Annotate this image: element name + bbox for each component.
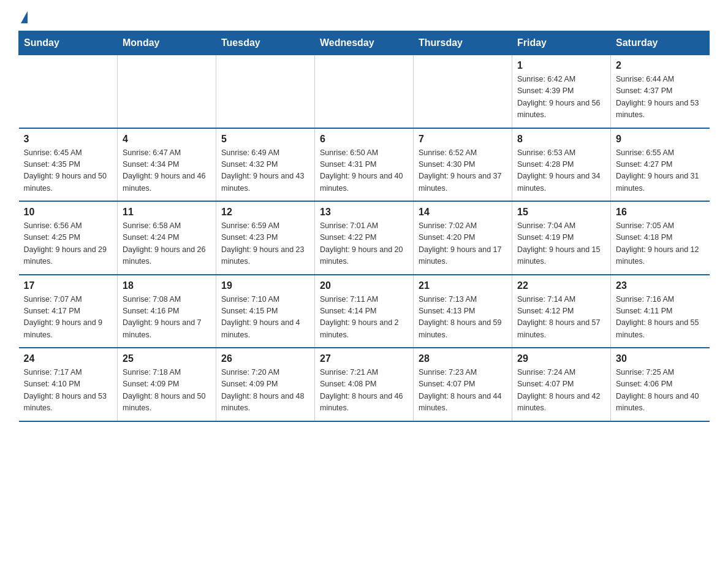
day-info: Sunrise: 7:04 AM Sunset: 4:19 PM Dayligh… bbox=[517, 220, 605, 268]
calendar-week-row: 3Sunrise: 6:45 AM Sunset: 4:35 PM Daylig… bbox=[19, 128, 710, 202]
logo bbox=[18, 12, 28, 25]
day-info: Sunrise: 7:23 AM Sunset: 4:07 PM Dayligh… bbox=[419, 367, 507, 415]
calendar-day-cell: 15Sunrise: 7:04 AM Sunset: 4:19 PM Dayli… bbox=[512, 201, 611, 275]
calendar-table: SundayMondayTuesdayWednesdayThursdayFrid… bbox=[18, 31, 710, 422]
day-info: Sunrise: 7:14 AM Sunset: 4:12 PM Dayligh… bbox=[517, 294, 605, 342]
day-info: Sunrise: 7:01 AM Sunset: 4:22 PM Dayligh… bbox=[320, 220, 408, 268]
calendar-day-cell: 10Sunrise: 6:56 AM Sunset: 4:25 PM Dayli… bbox=[19, 201, 118, 275]
calendar-day-cell: 1Sunrise: 6:42 AM Sunset: 4:39 PM Daylig… bbox=[512, 55, 611, 128]
day-number: 18 bbox=[123, 280, 211, 291]
day-number: 27 bbox=[320, 353, 408, 364]
calendar-day-cell: 7Sunrise: 6:52 AM Sunset: 4:30 PM Daylig… bbox=[414, 128, 512, 202]
day-number: 23 bbox=[616, 280, 705, 291]
calendar-day-cell: 13Sunrise: 7:01 AM Sunset: 4:22 PM Dayli… bbox=[315, 201, 414, 275]
day-info: Sunrise: 7:20 AM Sunset: 4:09 PM Dayligh… bbox=[221, 367, 309, 415]
day-info: Sunrise: 7:02 AM Sunset: 4:20 PM Dayligh… bbox=[419, 220, 507, 268]
day-info: Sunrise: 7:11 AM Sunset: 4:14 PM Dayligh… bbox=[320, 294, 408, 342]
calendar-day-cell: 16Sunrise: 7:05 AM Sunset: 4:18 PM Dayli… bbox=[611, 201, 710, 275]
calendar-day-cell: 3Sunrise: 6:45 AM Sunset: 4:35 PM Daylig… bbox=[19, 128, 118, 202]
day-info: Sunrise: 7:25 AM Sunset: 4:06 PM Dayligh… bbox=[616, 367, 705, 415]
day-info: Sunrise: 6:47 AM Sunset: 4:34 PM Dayligh… bbox=[123, 147, 211, 195]
day-info: Sunrise: 7:05 AM Sunset: 4:18 PM Dayligh… bbox=[616, 220, 705, 268]
calendar-day-cell bbox=[315, 55, 414, 128]
day-info: Sunrise: 6:45 AM Sunset: 4:35 PM Dayligh… bbox=[24, 147, 113, 195]
day-info: Sunrise: 6:59 AM Sunset: 4:23 PM Dayligh… bbox=[221, 220, 309, 268]
calendar-day-cell bbox=[118, 55, 216, 128]
calendar-day-cell bbox=[414, 55, 512, 128]
day-number: 14 bbox=[419, 207, 507, 218]
day-number: 2 bbox=[616, 60, 705, 71]
day-of-week-header: Friday bbox=[512, 31, 611, 55]
day-info: Sunrise: 7:07 AM Sunset: 4:17 PM Dayligh… bbox=[24, 294, 113, 342]
calendar-day-cell: 24Sunrise: 7:17 AM Sunset: 4:10 PM Dayli… bbox=[19, 348, 118, 421]
calendar-day-cell: 6Sunrise: 6:50 AM Sunset: 4:31 PM Daylig… bbox=[315, 128, 414, 202]
day-info: Sunrise: 7:16 AM Sunset: 4:11 PM Dayligh… bbox=[616, 294, 705, 342]
calendar-day-cell bbox=[216, 55, 315, 128]
day-number: 16 bbox=[616, 207, 705, 218]
calendar-day-cell: 20Sunrise: 7:11 AM Sunset: 4:14 PM Dayli… bbox=[315, 275, 414, 348]
day-number: 6 bbox=[320, 134, 408, 145]
day-info: Sunrise: 6:42 AM Sunset: 4:39 PM Dayligh… bbox=[517, 74, 605, 121]
day-number: 15 bbox=[517, 207, 605, 218]
day-number: 20 bbox=[320, 280, 408, 291]
day-number: 7 bbox=[419, 134, 507, 145]
day-of-week-header: Sunday bbox=[19, 31, 118, 55]
day-number: 13 bbox=[320, 207, 408, 218]
calendar-day-cell: 30Sunrise: 7:25 AM Sunset: 4:06 PM Dayli… bbox=[611, 348, 710, 421]
day-of-week-header: Saturday bbox=[611, 31, 710, 55]
calendar-day-cell: 21Sunrise: 7:13 AM Sunset: 4:13 PM Dayli… bbox=[414, 275, 512, 348]
day-of-week-header: Thursday bbox=[414, 31, 512, 55]
day-number: 9 bbox=[616, 134, 705, 145]
calendar-day-cell: 26Sunrise: 7:20 AM Sunset: 4:09 PM Dayli… bbox=[216, 348, 315, 421]
day-of-week-header: Monday bbox=[118, 31, 216, 55]
day-info: Sunrise: 6:52 AM Sunset: 4:30 PM Dayligh… bbox=[419, 147, 507, 195]
calendar-day-cell: 9Sunrise: 6:55 AM Sunset: 4:27 PM Daylig… bbox=[611, 128, 710, 202]
day-number: 30 bbox=[616, 353, 705, 364]
calendar-day-cell: 22Sunrise: 7:14 AM Sunset: 4:12 PM Dayli… bbox=[512, 275, 611, 348]
calendar-day-cell: 19Sunrise: 7:10 AM Sunset: 4:15 PM Dayli… bbox=[216, 275, 315, 348]
day-info: Sunrise: 7:08 AM Sunset: 4:16 PM Dayligh… bbox=[123, 294, 211, 342]
day-number: 19 bbox=[221, 280, 309, 291]
day-number: 11 bbox=[123, 207, 211, 218]
calendar-body: 1Sunrise: 6:42 AM Sunset: 4:39 PM Daylig… bbox=[19, 55, 710, 421]
day-number: 25 bbox=[123, 353, 211, 364]
day-info: Sunrise: 6:56 AM Sunset: 4:25 PM Dayligh… bbox=[24, 220, 113, 268]
day-number: 8 bbox=[517, 134, 605, 145]
day-number: 29 bbox=[517, 353, 605, 364]
calendar-day-cell: 4Sunrise: 6:47 AM Sunset: 4:34 PM Daylig… bbox=[118, 128, 216, 202]
day-info: Sunrise: 6:53 AM Sunset: 4:28 PM Dayligh… bbox=[517, 147, 605, 195]
calendar-day-cell: 23Sunrise: 7:16 AM Sunset: 4:11 PM Dayli… bbox=[611, 275, 710, 348]
day-number: 12 bbox=[221, 207, 309, 218]
day-number: 24 bbox=[24, 353, 113, 364]
page-header bbox=[18, 12, 710, 25]
calendar-day-cell: 2Sunrise: 6:44 AM Sunset: 4:37 PM Daylig… bbox=[611, 55, 710, 128]
calendar-day-cell: 28Sunrise: 7:23 AM Sunset: 4:07 PM Dayli… bbox=[414, 348, 512, 421]
day-of-week-header: Wednesday bbox=[315, 31, 414, 55]
calendar-day-cell: 17Sunrise: 7:07 AM Sunset: 4:17 PM Dayli… bbox=[19, 275, 118, 348]
calendar-day-cell bbox=[19, 55, 118, 128]
day-number: 5 bbox=[221, 134, 309, 145]
day-info: Sunrise: 6:58 AM Sunset: 4:24 PM Dayligh… bbox=[123, 220, 211, 268]
calendar-day-cell: 14Sunrise: 7:02 AM Sunset: 4:20 PM Dayli… bbox=[414, 201, 512, 275]
day-number: 22 bbox=[517, 280, 605, 291]
calendar-day-cell: 25Sunrise: 7:18 AM Sunset: 4:09 PM Dayli… bbox=[118, 348, 216, 421]
day-info: Sunrise: 7:10 AM Sunset: 4:15 PM Dayligh… bbox=[221, 294, 309, 342]
day-info: Sunrise: 6:49 AM Sunset: 4:32 PM Dayligh… bbox=[221, 147, 309, 195]
day-number: 1 bbox=[517, 60, 605, 71]
calendar-day-cell: 18Sunrise: 7:08 AM Sunset: 4:16 PM Dayli… bbox=[118, 275, 216, 348]
day-info: Sunrise: 6:55 AM Sunset: 4:27 PM Dayligh… bbox=[616, 147, 705, 195]
day-info: Sunrise: 7:17 AM Sunset: 4:10 PM Dayligh… bbox=[24, 367, 113, 415]
day-number: 28 bbox=[419, 353, 507, 364]
calendar-day-cell: 11Sunrise: 6:58 AM Sunset: 4:24 PM Dayli… bbox=[118, 201, 216, 275]
day-info: Sunrise: 7:21 AM Sunset: 4:08 PM Dayligh… bbox=[320, 367, 408, 415]
day-number: 3 bbox=[24, 134, 113, 145]
calendar-week-row: 24Sunrise: 7:17 AM Sunset: 4:10 PM Dayli… bbox=[19, 348, 710, 421]
calendar-week-row: 10Sunrise: 6:56 AM Sunset: 4:25 PM Dayli… bbox=[19, 201, 710, 275]
calendar-week-row: 17Sunrise: 7:07 AM Sunset: 4:17 PM Dayli… bbox=[19, 275, 710, 348]
calendar-week-row: 1Sunrise: 6:42 AM Sunset: 4:39 PM Daylig… bbox=[19, 55, 710, 128]
logo-triangle-icon bbox=[21, 11, 28, 23]
day-number: 17 bbox=[24, 280, 113, 291]
calendar-day-cell: 27Sunrise: 7:21 AM Sunset: 4:08 PM Dayli… bbox=[315, 348, 414, 421]
calendar-day-cell: 5Sunrise: 6:49 AM Sunset: 4:32 PM Daylig… bbox=[216, 128, 315, 202]
calendar-day-cell: 12Sunrise: 6:59 AM Sunset: 4:23 PM Dayli… bbox=[216, 201, 315, 275]
